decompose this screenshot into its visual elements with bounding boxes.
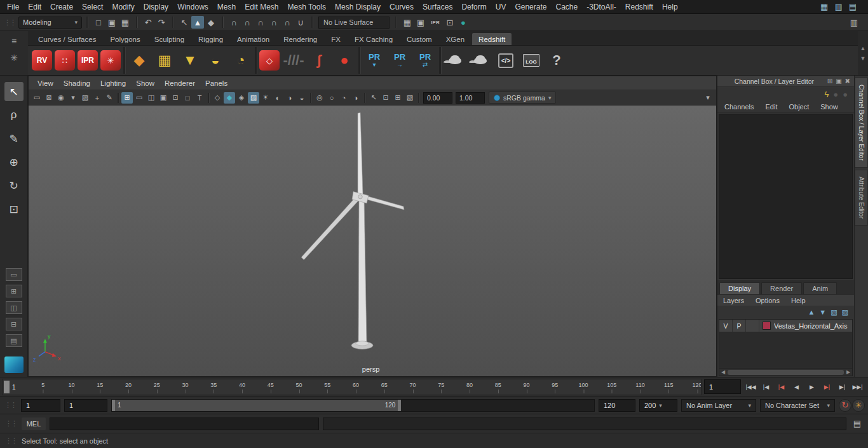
shelf-separator[interactable] <box>123 47 125 74</box>
rs-curve-icon[interactable]: -///- <box>282 48 305 72</box>
frame-all-icon[interactable]: ⊞ <box>392 92 403 104</box>
layer-playback-toggle[interactable]: P <box>733 320 746 332</box>
rs-shader-teapot-icon[interactable] <box>469 48 492 72</box>
shelf-separator[interactable] <box>255 47 257 74</box>
menu-item[interactable]: Surfaces <box>418 1 457 13</box>
normal-state-icon[interactable]: ● <box>833 90 838 98</box>
rs-physical-light-icon[interactable]: ▼ <box>179 48 201 72</box>
select-context-icon[interactable]: ↖ <box>368 92 379 104</box>
rs-proxy-icon[interactable]: ◆ <box>128 48 151 72</box>
xray-joints-icon[interactable]: ◔ <box>338 92 349 104</box>
gamma-field[interactable]: 1.00 <box>456 92 485 104</box>
snap-to-curve-icon[interactable]: ∩ <box>241 16 254 29</box>
layer-editor-menu-item[interactable]: Help <box>785 297 811 304</box>
drag-handle-icon[interactable]: ⋮⋮ <box>3 401 17 409</box>
shelf-tab[interactable]: FX <box>325 33 347 45</box>
script-editor-icon[interactable]: ▤ <box>850 417 864 430</box>
workspace-layout-icon[interactable]: ▥ <box>834 3 842 11</box>
rs-pr-export-icon[interactable]: PR → <box>388 48 411 72</box>
snap-to-point-icon[interactable]: ∩ <box>254 16 267 29</box>
current-time-marker[interactable] <box>4 381 10 393</box>
field-chart-icon[interactable]: ⊡ <box>170 92 181 104</box>
menu-item[interactable]: Curves <box>385 1 418 13</box>
rs-hair-icon[interactable]: ∫ <box>308 48 330 72</box>
viewport-menu-item[interactable]: Renderer <box>159 78 200 88</box>
wireframe-icon[interactable]: ◇ <box>212 92 223 104</box>
safe-title-icon[interactable]: T <box>194 92 205 104</box>
command-line-input[interactable] <box>50 417 319 430</box>
channel-box-menu-item[interactable]: Object <box>783 103 815 111</box>
save-scene-icon[interactable]: ▦ <box>119 16 132 29</box>
render-current-frame-icon[interactable]: ▣ <box>414 16 427 29</box>
snap-to-grid-icon[interactable]: ∩ <box>227 16 240 29</box>
menu-item[interactable]: -3DtoAll- <box>582 1 621 13</box>
workspace-docking-icon[interactable]: ▦ <box>820 3 828 11</box>
step-back-frame-button[interactable]: |◀ <box>759 379 773 394</box>
frame-selected-icon[interactable]: ⊡ <box>380 92 391 104</box>
outliner-pane-layout[interactable]: ◫ <box>6 301 22 314</box>
open-render-view-icon[interactable]: ▦ <box>401 16 414 29</box>
rs-portal-light-icon[interactable]: ◔ <box>229 48 252 72</box>
scale-tool[interactable]: ⊡ <box>4 200 24 219</box>
scrollbar-thumb[interactable] <box>728 370 844 375</box>
attribute-editor-tab[interactable]: Attribute Editor <box>855 170 868 226</box>
menu-item[interactable]: Mesh <box>213 1 240 13</box>
snap-to-view-plane-icon[interactable]: ∩ <box>281 16 294 29</box>
channel-box-menu-item[interactable]: Show <box>815 103 844 111</box>
menu-item[interactable]: Windows <box>173 1 213 13</box>
textured-icon[interactable]: ▨ <box>248 92 259 104</box>
scroll-right-icon[interactable]: ▶ <box>844 369 852 375</box>
viewport-canvas[interactable]: y x z persp <box>29 105 716 376</box>
bookmark-view-icon[interactable]: ▾ <box>67 92 79 104</box>
dock-icon[interactable]: ⊞ <box>827 78 832 85</box>
step-forward-frame-button[interactable]: ▶| <box>835 379 850 394</box>
menu-item[interactable]: Create <box>46 1 78 13</box>
layer-horizontal-scrollbar[interactable]: ◀ ▶ <box>719 368 852 376</box>
exposure-icon[interactable]: ◑ <box>350 92 362 104</box>
shelf-tab[interactable]: Rendering <box>277 33 323 45</box>
image-plane-icon[interactable]: ▧ <box>79 92 91 104</box>
close-icon[interactable]: ✖ <box>845 78 850 85</box>
layer-editor-menu-item[interactable]: Options <box>750 297 785 304</box>
rs-render-view-icon[interactable]: RV <box>32 50 52 71</box>
menu-item[interactable]: Mesh Display <box>330 1 385 13</box>
range-end-handle[interactable] <box>398 400 401 411</box>
lights-icon[interactable]: ☀ <box>260 92 271 104</box>
shelf-scroll-up-icon[interactable]: ▲ <box>860 45 866 51</box>
exposure-field[interactable]: 0.00 <box>423 92 452 104</box>
menu-item[interactable]: Edit Mesh <box>240 1 283 13</box>
play-forwards-button[interactable]: ▶ <box>804 379 819 394</box>
speed-state-icon[interactable]: ϟ <box>824 90 829 98</box>
rs-script-icon[interactable]: </> <box>494 48 517 72</box>
layer-display-type-cell[interactable] <box>746 320 759 332</box>
step-back-key-button[interactable]: |◀ <box>774 379 789 394</box>
paint-select-tool[interactable]: ✎ <box>4 129 24 148</box>
rotate-tool[interactable]: ↻ <box>4 176 24 195</box>
move-tool[interactable]: ⊕ <box>4 153 24 172</box>
shelf-tab[interactable]: Sculpting <box>148 33 191 45</box>
grid-icon[interactable]: ⊞ <box>121 92 133 104</box>
viewport-menu-item[interactable]: View <box>32 78 58 88</box>
rs-material-teapot-icon[interactable] <box>444 48 466 72</box>
layer-editor-tab[interactable]: Anim <box>803 282 837 294</box>
menu-set-selector[interactable]: Modeling ▾ <box>18 17 82 29</box>
workspace-panels-icon[interactable]: ▤ <box>849 3 857 11</box>
menu-item[interactable]: Redshift <box>621 1 658 13</box>
shadows-icon[interactable]: ◐ <box>272 92 283 104</box>
shelf-tab[interactable]: Rigging <box>192 33 229 45</box>
shelf-separator[interactable] <box>358 47 360 74</box>
channel-list-area[interactable] <box>719 114 853 279</box>
menu-item[interactable]: Cache <box>551 1 582 13</box>
go-to-start-button[interactable]: |◀◀ <box>743 379 758 394</box>
viewport-menu-item[interactable]: Show <box>131 78 159 88</box>
command-line-language-button[interactable]: MEL <box>22 417 46 430</box>
new-empty-layer-icon[interactable]: ▧ <box>831 308 837 316</box>
character-set-dropdown[interactable]: No Character Set ▾ <box>760 399 835 412</box>
go-to-end-button[interactable]: ▶▶| <box>850 379 865 394</box>
sidebar-toggle-icon[interactable]: ▥ <box>848 16 860 29</box>
move-layer-down-icon[interactable]: ▼ <box>819 308 826 316</box>
rs-snapshot-icon[interactable]: ∷ <box>55 50 75 71</box>
channel-box-menu-item[interactable]: Channels <box>719 103 759 111</box>
rs-ipr-icon[interactable]: IPR <box>78 50 98 71</box>
shelf-gear-icon[interactable]: ✳ <box>10 53 18 63</box>
